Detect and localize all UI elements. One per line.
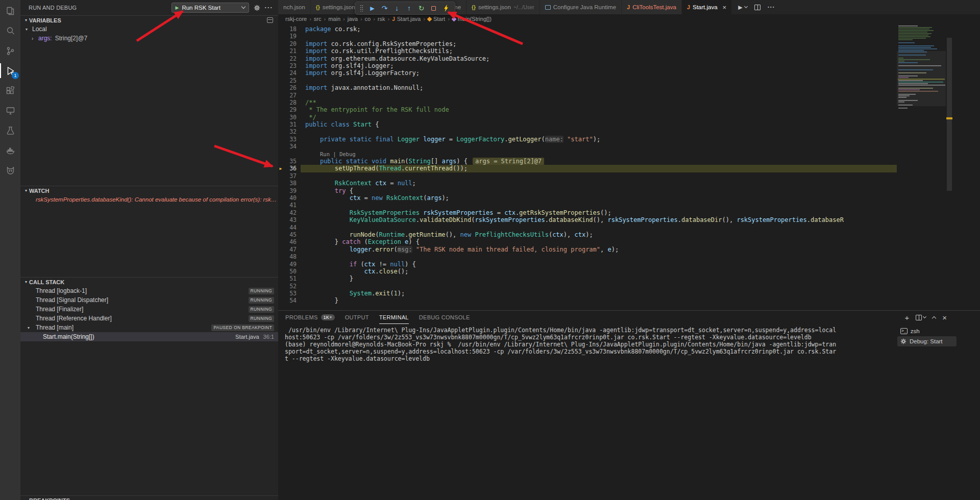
breadcrumb-co[interactable]: co [365,16,371,22]
minimap[interactable] [897,23,946,310]
remote-explorer-icon[interactable] [0,101,20,120]
docker-icon[interactable] [0,140,20,160]
run-and-debug-icon[interactable]: 1 [0,61,20,81]
code-line-24[interactable]: 24import org.slf4j.LoggerFactory; [278,69,897,77]
code-line-25[interactable]: 25 [278,77,897,84]
code-line-26[interactable]: 26import javax.annotation.Nonnull; [278,84,897,91]
code-line-38[interactable]: 38 RskContext ctx = null; [278,180,897,187]
breakpoint-gutter[interactable] [278,209,283,216]
code-line-33[interactable]: 33 private static final Logger logger = … [278,136,897,143]
code-editor[interactable]: 18package co.rsk;1920import co.rsk.confi… [278,23,980,310]
variables-view-icon[interactable] [267,17,273,23]
split-terminal-button[interactable] [916,315,926,320]
code-line-18[interactable]: 18package co.rsk; [278,26,897,33]
breakpoint-gutter[interactable] [278,40,283,47]
code-line-27[interactable]: 27 [278,92,897,99]
breadcrumb-rskj-core[interactable]: rskj-core [285,16,307,22]
terminal-item-zsh[interactable]: >_zsh [897,326,957,336]
thread-row-thread-logback-1[interactable]: Thread [logback-1]RUNNING [20,286,278,295]
breakpoint-gutter[interactable] [278,69,283,77]
breakpoint-gutter[interactable] [278,224,283,231]
code-line-28[interactable]: 28/** [278,99,897,106]
gitlens-icon[interactable] [0,160,20,180]
code-line-40[interactable]: 40 ctx = new RskContext(args); [278,194,897,202]
explorer-icon[interactable] [0,1,20,21]
breakpoint-gutter[interactable] [278,187,283,194]
code-line-46[interactable]: 46 } catch (Exception e) { [278,238,897,245]
code-line-19[interactable]: 19 [278,33,897,40]
breakpoint-gutter[interactable] [278,261,283,268]
breadcrumb-main[interactable]: main [328,16,340,22]
thread-row-thread-reference-handler[interactable]: Thread [Reference Handler]RUNNING [20,314,278,323]
breakpoint-gutter[interactable]: ▶ [278,165,283,172]
breakpoint-gutter[interactable] [278,180,283,187]
code-line-32[interactable]: 32 [278,128,897,135]
breakpoint-gutter[interactable] [278,136,283,143]
breadcrumb-src[interactable]: src [314,16,322,22]
extensions-icon[interactable] [0,81,20,101]
breakpoint-gutter[interactable] [278,290,283,297]
breakpoint-gutter[interactable] [278,143,283,150]
panel-tab-debug-console[interactable]: DEBUG CONSOLE [419,311,470,324]
maximize-panel-button[interactable] [933,315,936,320]
close-panel-button[interactable]: × [942,314,947,321]
breakpoint-gutter[interactable] [278,297,283,304]
code-line-48[interactable]: 48 [278,253,897,260]
breakpoint-gutter[interactable] [278,77,283,84]
breakpoint-gutter[interactable] [278,47,283,55]
panel-tab-terminal[interactable]: TERMINAL [379,311,409,324]
breakpoint-gutter[interactable] [278,202,283,209]
stop-button[interactable] [429,3,438,13]
code-line-50[interactable]: 50 ctx.close(); [278,268,897,275]
breakpoint-gutter[interactable] [278,283,283,290]
thread-row-thread-main[interactable]: ▾Thread [main]PAUSED ON BREAKPOINT [20,323,278,332]
variables-section-header[interactable]: ▾ VARIABLES [20,15,278,24]
code-line-20[interactable]: 20import co.rsk.config.RskSystemProperti… [278,40,897,47]
new-terminal-button[interactable]: + [904,314,909,321]
code-line-21[interactable]: 21import co.rsk.util.PreflightChecksUtil… [278,47,897,55]
code-line-53[interactable]: 53 System.exit(1); [278,290,897,297]
breakpoint-gutter[interactable] [278,128,283,135]
code-line-29[interactable]: 29 * The entrypoint for the RSK full nod… [278,106,897,113]
tab-start-java[interactable]: JStart.java× [682,0,732,14]
breadcrumb-rsk[interactable]: rsk [378,16,385,22]
terminal-item-debug-start[interactable]: Debug: Start [897,336,957,346]
breakpoint-gutter[interactable] [278,62,283,69]
start-debug-icon[interactable]: ▶ [176,6,179,10]
testing-icon[interactable] [0,120,20,140]
gear-icon[interactable] [254,5,260,11]
code-line-34[interactable]: 34 [278,143,897,150]
breakpoint-gutter[interactable] [278,99,283,106]
panel-tab-output[interactable]: OUTPUT [345,311,369,324]
step-out-button[interactable]: ↑ [405,3,413,13]
code-line-49[interactable]: 49 if (ctx != null) { [278,261,897,268]
breakpoint-gutter[interactable] [278,172,283,180]
code-line-52[interactable]: 52 [278,283,897,290]
breakpoint-gutter[interactable] [278,268,283,275]
code-line-39[interactable]: 39 try { [278,187,897,194]
code-line-35[interactable]: 35 public static void main(String[] args… [278,158,897,165]
breadcrumb-start[interactable]: Start [428,16,445,22]
step-into-button[interactable]: ↓ [393,3,401,13]
thread-row-thread-finalizer[interactable]: Thread [Finalizer]RUNNING [20,305,278,314]
code-line-30[interactable]: 30 */ [278,114,897,121]
stack-frame-row[interactable]: Start.main(String[])Start.java36:1 [20,332,278,341]
panel-tab-problems[interactable]: PROBLEMS1K+ [285,311,335,324]
editor-more-actions-icon[interactable]: ··· [768,4,775,11]
breadcrumb-start-java[interactable]: JStart.java [392,16,421,22]
breakpoint-gutter[interactable] [278,246,283,253]
more-actions-icon[interactable]: ··· [265,4,274,11]
code-line-44[interactable]: 44 [278,224,897,231]
breakpoints-section[interactable]: ▾ BREAKPOINTS [20,495,278,500]
search-icon[interactable] [0,21,20,41]
code-line-36[interactable]: ▶36 setUpThread(Thread.currentThread()); [278,165,897,172]
call-stack-section-header[interactable]: ▾ CALL STACK [20,277,278,286]
code-line-51[interactable]: 51 } [278,275,897,282]
codelens-run-debug[interactable]: Run | Debug [305,151,356,157]
breakpoint-gutter[interactable] [278,121,283,128]
scrollbar-slider[interactable] [947,38,952,191]
code-line-23[interactable]: 23import org.slf4j.Logger; [278,62,897,69]
step-over-button[interactable]: ↷ [380,3,389,13]
variable-args[interactable]: › args: String[2]@7 [20,34,278,43]
tab-settings-json[interactable]: {}settings.json~/.../User [467,0,540,14]
